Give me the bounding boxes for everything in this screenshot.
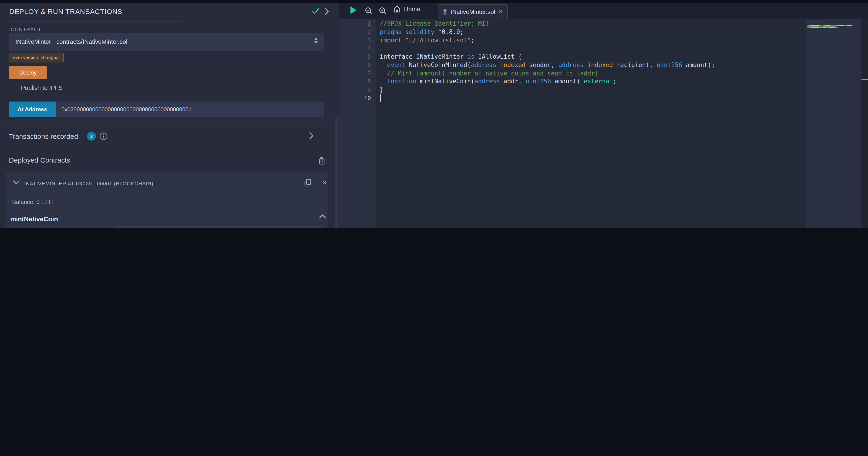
tab-home-label: Home xyxy=(404,6,420,12)
panel-title: DEPLOY & RUN TRANSACTIONS xyxy=(9,7,122,16)
tab-inativeminter-label: INativeMinter.sol xyxy=(451,8,495,15)
editor-scrollbar[interactable] xyxy=(862,19,868,228)
at-address-row: At Address xyxy=(9,102,324,117)
text-cursor xyxy=(380,94,380,102)
contract-select-value: INativeMinter - contracts/INativeMinter.… xyxy=(16,38,127,45)
solidity-icon xyxy=(443,8,447,15)
section-divider xyxy=(0,147,339,147)
scrollbar-mark xyxy=(862,79,868,80)
publish-ipfs-checkbox[interactable] xyxy=(10,84,17,91)
contract-select[interactable]: INativeMinter - contracts/INativeMinter.… xyxy=(9,33,324,51)
zoom-out-icon[interactable] xyxy=(365,7,373,15)
publish-ipfs-label: Publish to IPFS xyxy=(21,84,63,91)
contract-collapse-icon[interactable] xyxy=(13,180,20,184)
line-numbers: 12345678910 xyxy=(339,20,371,102)
minimap-column[interactable] xyxy=(806,19,862,228)
tab-home[interactable]: Home xyxy=(393,6,420,12)
info-icon[interactable] xyxy=(100,132,107,140)
at-address-input[interactable] xyxy=(56,102,324,117)
function-collapse-icon[interactable] xyxy=(319,214,326,219)
transactions-recorded-label: Transactions recorded xyxy=(9,132,78,140)
zoom-in-icon[interactable] xyxy=(379,7,387,15)
select-stepper-icon[interactable] xyxy=(314,38,318,44)
deploy-button[interactable]: Deploy xyxy=(9,66,47,79)
tab-inativeminter[interactable]: INativeMinter.sol ✕ xyxy=(438,4,508,19)
contract-instance-label[interactable]: INATIVEMINTER AT 0X020...00001 (BLOCKCHA… xyxy=(24,181,153,186)
remix-ide: DEPLOY & RUN TRANSACTIONS CONTRACT INati… xyxy=(0,0,868,228)
home-icon xyxy=(393,6,401,12)
remove-contract-icon[interactable]: ✕ xyxy=(322,179,327,186)
transactions-expand-icon[interactable] xyxy=(309,132,314,139)
section-divider xyxy=(0,123,339,123)
evm-version-badge: evm version: shanghai xyxy=(9,53,64,62)
transactions-count-badge: 2 xyxy=(87,132,96,141)
panel-scrollbar[interactable] xyxy=(335,117,338,228)
compile-success-check-icon xyxy=(312,8,319,15)
panel-collapse-icon[interactable] xyxy=(324,8,329,15)
top-strip xyxy=(0,0,868,3)
deployed-contracts-title: Deployed Contracts xyxy=(9,156,70,164)
minimap[interactable] xyxy=(807,21,851,30)
function-name-label: mintNativeCoin xyxy=(10,215,58,223)
contract-label: CONTRACT xyxy=(11,27,41,32)
copy-address-icon[interactable] xyxy=(304,179,311,187)
trash-icon[interactable] xyxy=(318,157,325,165)
close-tab-icon[interactable]: ✕ xyxy=(498,8,503,15)
code-content[interactable]: //SPDX-License-Identifier: MITpragma sol… xyxy=(380,20,715,102)
addr-field-input[interactable] xyxy=(115,226,324,228)
balance-label: Balance: 0 ETH xyxy=(12,199,53,205)
at-address-button[interactable]: At Address xyxy=(9,102,56,117)
run-script-icon[interactable] xyxy=(350,6,356,14)
title-underline xyxy=(9,21,182,22)
